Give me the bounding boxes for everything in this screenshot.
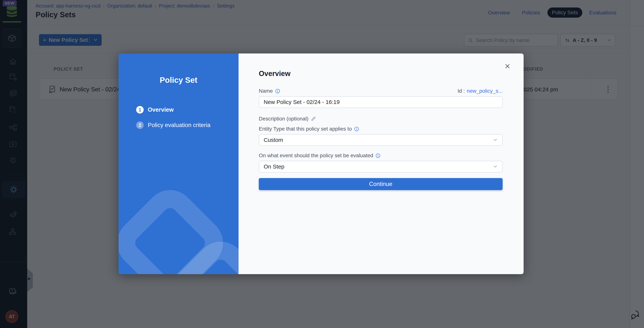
step-number: 1 <box>136 106 144 114</box>
name-input[interactable] <box>259 96 502 108</box>
event-select[interactable]: On Step <box>259 161 502 172</box>
entity-type-label: Entity Type that this policy set applies… <box>259 126 352 132</box>
app-root: Account: app-harness-ng-cicd › Organizat… <box>0 0 644 328</box>
entity-type-label-row: Entity Type that this policy set applies… <box>259 126 359 132</box>
wizard-step-evaluation-criteria[interactable]: 2 Policy evaluation criteria <box>136 121 234 129</box>
entity-type-value: Custom <box>264 137 283 143</box>
description-row: Description (optional) <box>259 116 316 122</box>
modal-heading: Overview <box>259 70 290 78</box>
event-label-row: On what event should the policy set be e… <box>259 153 380 159</box>
id-row: Id : new_policy_s... <box>458 88 502 94</box>
policy-set-wizard-modal: Policy Set 1 Overview 2 Policy evaluatio… <box>118 54 524 274</box>
edit-pencil-icon[interactable] <box>311 116 316 121</box>
wizard-title: Policy Set <box>118 76 238 85</box>
close-icon <box>504 63 511 70</box>
event-label: On what event should the policy set be e… <box>259 153 373 159</box>
harness-watermark <box>118 54 238 274</box>
name-label-row: Name <box>259 88 280 94</box>
info-icon[interactable] <box>376 153 380 158</box>
id-prefix: Id : <box>458 88 465 94</box>
id-link[interactable]: new_policy_s... <box>467 88 502 94</box>
wizard-step-overview[interactable]: 1 Overview <box>136 106 234 114</box>
step-number: 2 <box>136 121 144 129</box>
info-icon[interactable] <box>275 89 280 94</box>
step-label: Overview <box>148 106 174 113</box>
event-value: On Step <box>264 163 284 170</box>
continue-label: Continue <box>369 181 392 187</box>
wizard-left-panel: Policy Set 1 Overview 2 Policy evaluatio… <box>118 54 238 274</box>
modal-close-button[interactable] <box>503 62 512 70</box>
step-label: Policy evaluation criteria <box>148 122 210 129</box>
name-label: Name <box>259 88 273 94</box>
description-label: Description (optional) <box>259 116 308 122</box>
entity-type-select[interactable]: Custom <box>259 134 502 146</box>
info-icon[interactable] <box>354 127 359 132</box>
continue-button[interactable]: Continue <box>259 178 502 190</box>
chevron-down-icon <box>493 138 498 142</box>
chevron-down-icon <box>493 164 498 169</box>
